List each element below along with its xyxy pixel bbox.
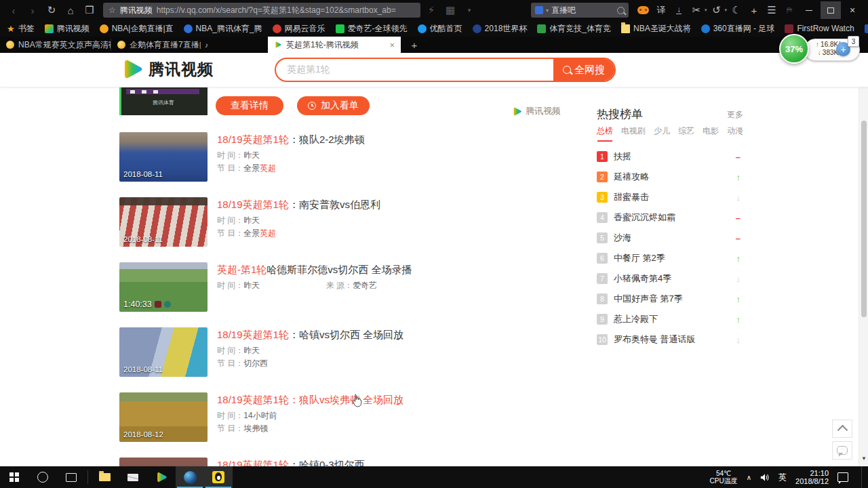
night-mode-icon[interactable]: ☾ bbox=[728, 2, 745, 18]
gamepad-extension-icon[interactable] bbox=[635, 2, 652, 18]
chevron-down-icon[interactable]: ▾ bbox=[461, 2, 477, 18]
hot-tab-movie[interactable]: 电影 bbox=[703, 125, 719, 137]
cortana-button[interactable] bbox=[28, 466, 57, 488]
bookmark-item[interactable]: 360直播网 - 足球 bbox=[701, 23, 775, 35]
bookmark-item[interactable]: NBA_腾讯体育_腾 bbox=[184, 23, 262, 35]
bookmarks-menu[interactable]: ★ 书签 bbox=[7, 23, 35, 35]
site-logo[interactable]: 腾讯视频 bbox=[121, 58, 214, 81]
add-watchlist-button[interactable]: 加入看单 bbox=[297, 96, 370, 115]
show-desktop-button[interactable] bbox=[861, 466, 865, 488]
bookmark-item[interactable]: 爱奇艺-全球领先 bbox=[336, 23, 408, 35]
tab-search-active[interactable]: 英超第1轮-腾讯视频 × bbox=[268, 37, 401, 53]
hot-item[interactable]: 9惹上冷殿下↑ bbox=[597, 309, 743, 329]
search-engine-icon[interactable] bbox=[535, 6, 543, 14]
start-button[interactable] bbox=[0, 466, 28, 488]
tab-penguin-sports[interactable]: 企鹅体育直播7直播间_企鹅体育 ♪ bbox=[111, 37, 214, 53]
translate-icon[interactable]: 译 bbox=[653, 2, 669, 18]
memory-ball-widget[interactable]: 37% bbox=[779, 34, 809, 64]
bookmark-item[interactable]: 优酷首页 bbox=[418, 23, 462, 35]
hot-tab-variety[interactable]: 综艺 bbox=[678, 125, 694, 137]
result-thumbnail[interactable] bbox=[119, 458, 208, 466]
tab-close-icon[interactable]: × bbox=[389, 40, 395, 50]
result-title-link[interactable]: 18/19英超第1轮：哈镇vs切尔西 全场回放 bbox=[217, 328, 594, 341]
minimize-button[interactable] bbox=[799, 1, 819, 19]
flag-extension-icon[interactable]: ⛿ bbox=[781, 2, 797, 18]
bookmark-folder[interactable]: NBA圣诞大战将 bbox=[621, 23, 691, 35]
task-view-button[interactable] bbox=[57, 466, 85, 488]
restore-window-button[interactable] bbox=[821, 1, 841, 19]
bookmark-item[interactable]: 韩国 TV 直播 - K bbox=[865, 23, 868, 35]
hot-item[interactable]: 10罗布奥特曼 普通话版↓ bbox=[597, 329, 743, 350]
hot-tab-all[interactable]: 总榜 bbox=[597, 125, 613, 137]
lightning-icon[interactable]: ⚡ bbox=[423, 2, 439, 18]
url-bar[interactable]: ☆ 腾讯视频 https://v.qq.com/x/search/?q=英超第1… bbox=[103, 3, 420, 18]
bookmark-item[interactable]: 网易云音乐 bbox=[273, 23, 326, 35]
bookmark-item[interactable]: FirstRow Watch bbox=[785, 24, 854, 33]
hot-tab-anime[interactable]: 动漫 bbox=[727, 125, 743, 137]
volume-icon[interactable] bbox=[760, 473, 770, 482]
result-thumbnail[interactable]: 2018-08-11 bbox=[119, 197, 208, 247]
mail-button[interactable] bbox=[119, 466, 147, 488]
result-thumbnail[interactable]: 2018-08-12 bbox=[119, 392, 208, 442]
bookmark-item[interactable]: 腾讯视频 bbox=[45, 23, 90, 35]
library-icon[interactable]: ❒ bbox=[81, 2, 98, 18]
search-input[interactable] bbox=[276, 59, 553, 81]
penguin-app-button[interactable] bbox=[204, 466, 233, 488]
result-thumbnail[interactable]: 2018-08-11 bbox=[119, 327, 208, 377]
back-icon[interactable]: ‹ bbox=[5, 2, 22, 18]
search-button[interactable]: 全网搜 bbox=[553, 59, 614, 81]
home-icon[interactable]: ⌂ bbox=[62, 2, 79, 18]
view-details-button[interactable]: 查看详情 bbox=[216, 96, 283, 115]
bookmark-item[interactable]: 体育竞技_体育竞 bbox=[537, 23, 611, 35]
download-icon[interactable]: ↓ bbox=[671, 2, 687, 18]
result-title-link[interactable]: 18/19英超第1轮：狼队vs埃弗顿 全场回放 bbox=[217, 393, 594, 406]
hot-item[interactable]: 5沙海– bbox=[597, 228, 743, 248]
tencent-video-app-button[interactable] bbox=[147, 466, 176, 488]
highlighted-term[interactable]: 英超 bbox=[260, 163, 276, 173]
scrollbar-down-icon[interactable]: ▼ bbox=[861, 455, 867, 462]
bookmark-star-icon[interactable]: ☆ bbox=[108, 5, 116, 15]
result-thumbnail[interactable]: 1:40:33 bbox=[119, 262, 208, 312]
new-tab-button[interactable]: + bbox=[406, 37, 423, 53]
result-title-link[interactable]: 18/19英超第1轮：南安普敦vs伯恩利 bbox=[217, 198, 594, 211]
feedback-button[interactable]: ·· bbox=[832, 441, 852, 460]
history-undo-icon[interactable]: ↺ bbox=[708, 2, 724, 18]
tab-audio-icon[interactable]: ♪ bbox=[205, 41, 208, 49]
bookmark-item[interactable]: NBA|企鹅直播|直 bbox=[100, 23, 174, 35]
tab-nba-stream[interactable]: NBA常规赛英文原声高清视频直播-企 bbox=[0, 37, 111, 53]
add-extension-icon[interactable]: + bbox=[746, 2, 762, 18]
scrollbar-thumb[interactable] bbox=[861, 121, 867, 317]
result-title-link[interactable]: 18/19英超第1轮：狼队2-2埃弗顿 bbox=[217, 133, 594, 146]
action-center-icon[interactable] bbox=[837, 472, 848, 482]
url-text[interactable]: https://v.qq.com/x/search/?q=英超第1轮&stag=… bbox=[157, 5, 396, 16]
hot-tab-tv[interactable]: 电视剧 bbox=[621, 125, 646, 137]
hot-tab-kids[interactable]: 少儿 bbox=[654, 125, 670, 137]
bookmark-item[interactable]: 2018世界杯 bbox=[473, 23, 528, 35]
browser-app-button[interactable] bbox=[176, 466, 204, 488]
undo-caret-icon[interactable]: ▾ bbox=[724, 7, 727, 13]
quick-search-value[interactable]: 直播吧 bbox=[551, 5, 614, 16]
reload-icon[interactable]: ↻ bbox=[43, 2, 60, 18]
hot-more-link[interactable]: 更多 bbox=[727, 109, 743, 121]
close-window-button[interactable]: × bbox=[842, 1, 863, 19]
hot-item[interactable]: 7小猪佩奇第4季↓ bbox=[597, 268, 743, 289]
highlighted-term[interactable]: 英超 bbox=[260, 228, 276, 238]
back-to-top-button[interactable] bbox=[832, 420, 852, 438]
language-indicator[interactable]: 英 bbox=[778, 472, 787, 483]
hot-item[interactable]: 8中国好声音 第7季↑ bbox=[597, 289, 743, 309]
menu-icon[interactable]: ☰ bbox=[764, 2, 780, 18]
hot-item[interactable]: 4香蜜沉沉烬如霜– bbox=[597, 207, 743, 228]
grid-icon[interactable]: ▦ bbox=[442, 2, 458, 18]
clock-widget[interactable]: 21:10 2018/8/12 bbox=[795, 469, 829, 486]
forward-icon[interactable]: › bbox=[24, 2, 41, 18]
result-title-link[interactable]: 18/19英超第1轮：哈镇0-3切尔西 bbox=[217, 458, 594, 466]
screenshot-scissors-icon[interactable]: ✂ bbox=[688, 2, 705, 18]
hot-item[interactable]: 2延禧攻略↑ bbox=[597, 167, 743, 187]
result-title-link[interactable]: 英超-第1轮哈德斯菲尔德vs切尔西 全场录播 bbox=[217, 263, 594, 276]
file-explorer-button[interactable] bbox=[90, 466, 119, 488]
search-engine-caret-icon[interactable]: ▾ bbox=[546, 7, 549, 14]
result-thumbnail[interactable]: 2018-08-11 bbox=[119, 132, 208, 182]
quick-search-bar[interactable]: ▾ 直播吧 bbox=[531, 3, 629, 18]
tray-expand-icon[interactable]: ∧ bbox=[747, 474, 751, 481]
hot-item[interactable]: 3甜蜜暴击↓ bbox=[597, 187, 743, 207]
